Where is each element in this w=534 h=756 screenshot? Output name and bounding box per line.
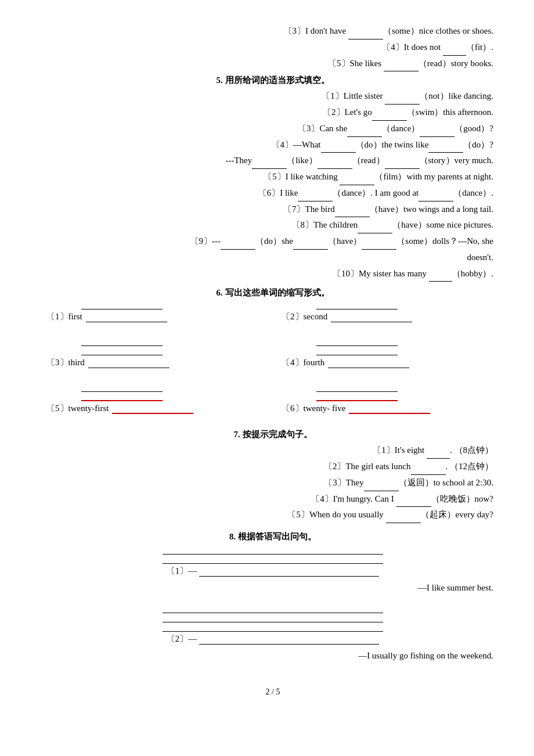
s6-top-line bbox=[81, 348, 163, 355]
blank bbox=[418, 192, 453, 201]
blank bbox=[385, 160, 420, 169]
section7-title: 7. 按提示完成句子。 bbox=[46, 429, 499, 440]
s6-item-6: 〔6〕twenty- five bbox=[282, 384, 499, 414]
s5-item-4b: ---They（like）（read）（story）very much. bbox=[46, 153, 499, 169]
s6-fill-5 bbox=[112, 405, 193, 414]
blank bbox=[335, 208, 370, 217]
s6-label-1: 〔1〕first bbox=[46, 311, 82, 322]
blank bbox=[252, 160, 287, 169]
s6-label-3: 〔3〕third bbox=[46, 357, 85, 368]
s8-response-1: —I like summer best. bbox=[46, 580, 499, 596]
blank bbox=[348, 30, 383, 39]
s6-bottom-row-1: 〔1〕first bbox=[46, 311, 264, 322]
s6-item-4: 〔4〕fourth bbox=[282, 339, 499, 368]
section5-items: 〔1〕Little sister （not）like dancing. 〔2〕L… bbox=[46, 88, 499, 282]
s5-item-7: 〔7〕The bird（have）two wings and a long ta… bbox=[46, 201, 499, 218]
s6-top-line bbox=[81, 339, 163, 346]
blank bbox=[427, 449, 450, 459]
blank bbox=[396, 498, 431, 507]
s5-item-10: 〔10〕My sister has many （hobby）. bbox=[46, 266, 499, 282]
s6-top-line bbox=[316, 348, 398, 355]
s8-dash-fill-1 bbox=[199, 567, 379, 577]
s5-item-4: 〔4〕---What（do）the twins like（do）? bbox=[46, 137, 499, 153]
s6-item-3: 〔3〕third bbox=[46, 339, 264, 368]
section4-items: 〔3〕I don't have （some）nice clothes or sh… bbox=[46, 23, 499, 71]
s8-top-line bbox=[163, 547, 383, 555]
s5-item-5: 〔5〕I like watching （film）with my parents… bbox=[46, 169, 499, 185]
blank bbox=[340, 176, 374, 185]
blank bbox=[428, 143, 463, 153]
s6-top-line-red bbox=[316, 394, 398, 401]
s6-top-line bbox=[81, 384, 163, 392]
blank bbox=[364, 482, 399, 491]
s7-item-4: 〔4〕I'm hungry. Can I （吃晚饭）now? bbox=[46, 491, 499, 507]
s6-top-line bbox=[316, 384, 398, 392]
s8-dash-row-1: 〔1〕— bbox=[46, 566, 499, 577]
s6-fill-6 bbox=[349, 405, 430, 414]
s8-top-line bbox=[163, 556, 383, 564]
blank bbox=[443, 46, 466, 56]
s5-item-8: 〔8〕The children（have）some nice pictures. bbox=[46, 217, 499, 233]
s6-bottom-row-5: 〔5〕twenty-first bbox=[46, 403, 264, 414]
blank bbox=[221, 240, 255, 250]
s6-fill-3 bbox=[88, 359, 169, 368]
blank bbox=[372, 111, 407, 121]
page-number: 2 / 5 bbox=[46, 687, 499, 697]
s6-label-4: 〔4〕fourth bbox=[282, 357, 324, 368]
s6-top-line-red bbox=[81, 394, 163, 401]
s5-item-6: 〔6〕I like（dance）. I am good at（dance）. bbox=[46, 185, 499, 201]
s6-top-line bbox=[316, 302, 398, 309]
s8-top-lines-1 bbox=[46, 547, 499, 564]
s6-fill-2 bbox=[331, 313, 412, 322]
s5-item-9a: 〔9〕---（do）she（have）（some）dolls？---No, sh… bbox=[46, 233, 499, 250]
s6-item-2: 〔2〕second bbox=[282, 302, 499, 322]
s6-item-5: 〔5〕twenty-first bbox=[46, 384, 264, 414]
s5-item-1: 〔1〕Little sister （not）like dancing. bbox=[46, 88, 499, 105]
section5-title: 5. 用所给词的适当形式填空。 bbox=[46, 75, 499, 86]
s8-dash-label-2: 〔2〕— bbox=[167, 633, 197, 645]
blank bbox=[386, 514, 421, 523]
s4-item-5: 〔5〕She likes （read）story books. bbox=[46, 56, 499, 72]
s4-item-3: 〔3〕I don't have （some）nice clothes or sh… bbox=[46, 23, 499, 39]
section8-title: 8. 根据答语写出问句。 bbox=[46, 531, 499, 542]
s6-top-lines-3 bbox=[81, 339, 264, 355]
blank bbox=[298, 192, 333, 201]
blank bbox=[321, 143, 356, 153]
s6-item-1: 〔1〕first bbox=[46, 302, 264, 322]
section6-title: 6. 写出这些单词的缩写形式。 bbox=[46, 287, 499, 298]
s6-label-5: 〔5〕twenty-first bbox=[46, 403, 109, 414]
blank bbox=[293, 240, 328, 250]
s6-top-line bbox=[81, 302, 163, 309]
blank bbox=[385, 95, 420, 105]
blank bbox=[347, 128, 382, 137]
s5-item-2: 〔2〕Let's go（swim）this afternoon. bbox=[46, 105, 499, 121]
s6-bottom-row-3: 〔3〕third bbox=[46, 357, 264, 368]
blank bbox=[362, 240, 396, 250]
s8-block-1: 〔1〕— —I like summer best. bbox=[46, 547, 499, 596]
s6-bottom-row-6: 〔6〕twenty- five bbox=[282, 403, 499, 414]
blank bbox=[317, 160, 352, 169]
s7-item-2: 〔2〕The girl eats lunch. （12点钟） bbox=[46, 459, 499, 475]
s6-top-lines-5 bbox=[81, 384, 264, 401]
s6-bottom-row-4: 〔4〕fourth bbox=[282, 357, 499, 368]
s6-top-line bbox=[316, 339, 398, 346]
blank bbox=[429, 272, 452, 282]
s8-top-line bbox=[163, 624, 383, 632]
s8-dash-label-1: 〔1〕— bbox=[167, 566, 197, 577]
blank bbox=[384, 62, 418, 71]
s8-top-line bbox=[163, 615, 383, 622]
s6-label-2: 〔2〕second bbox=[282, 311, 327, 322]
section7-items: 〔1〕It's eight . （8点钟） 〔2〕The girl eats l… bbox=[46, 442, 499, 523]
s4-item-4: 〔4〕It does not （fit）. bbox=[46, 39, 499, 56]
s8-top-line bbox=[163, 606, 383, 613]
s7-item-1: 〔1〕It's eight . （8点钟） bbox=[46, 442, 499, 459]
s6-label-6: 〔6〕twenty- five bbox=[282, 403, 345, 414]
s6-top-lines-1 bbox=[81, 302, 264, 309]
s5-item-3: 〔3〕Can she（dance）（good）? bbox=[46, 121, 499, 137]
main-content: 〔3〕I don't have （some）nice clothes or sh… bbox=[46, 23, 499, 697]
s8-dash-row-2: 〔2〕— bbox=[46, 633, 499, 645]
s7-item-3: 〔3〕They（返回）to school at 2:30. bbox=[46, 475, 499, 491]
blank bbox=[411, 466, 446, 475]
s8-response-2: —I usually go fishing on the weekend. bbox=[46, 648, 499, 664]
s6-bottom-row-2: 〔2〕second bbox=[282, 311, 499, 322]
